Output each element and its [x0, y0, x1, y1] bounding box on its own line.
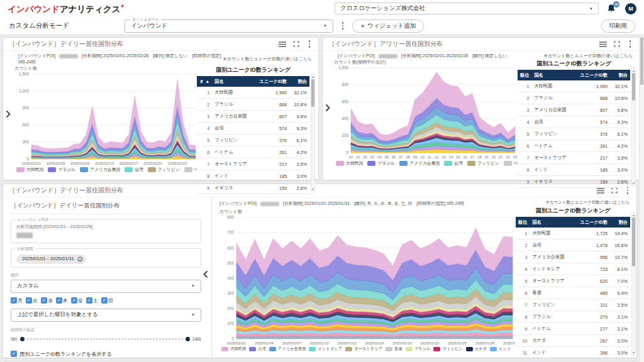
table-cell: 4.2%: [610, 140, 630, 152]
table-scrollbar[interactable]: ▲▼: [311, 74, 315, 192]
legend-item[interactable]: ベトナム: [504, 160, 518, 167]
legend-label: 大韓民国: [346, 160, 363, 167]
legend-item[interactable]: フィリピン: [148, 167, 180, 173]
weekday-target-select[interactable]: 上記で選択した曜日を対象とする ▼: [11, 309, 201, 322]
show-ranking-checkbox[interactable]: ✓ 国別ユニークID数ランキングを表示する: [11, 351, 201, 358]
open-config-icon[interactable]: [6, 109, 11, 121]
scroll-up-icon[interactable]: ▲: [311, 75, 314, 79]
list-view-icon[interactable]: [279, 41, 286, 47]
column-header[interactable]: ＃ ▲: [197, 76, 212, 87]
table-cell: 32.1%: [289, 87, 309, 99]
scroll-up-icon[interactable]: ▲: [632, 213, 635, 217]
legend-item[interactable]: 台湾: [125, 167, 143, 173]
column-header[interactable]: 国名: [212, 76, 255, 87]
column-header[interactable]: ユニークID数: [576, 217, 610, 228]
dashboard-menu-icon[interactable]: [340, 21, 347, 31]
table-cell: 376: [255, 134, 289, 146]
weekday-checkbox[interactable]: ✓日: [101, 297, 113, 304]
notifications-button[interactable]: 38: [606, 3, 618, 14]
list-view-icon[interactable]: [599, 41, 607, 47]
legend-item[interactable]: カナダ: [466, 346, 487, 352]
svg-text:2025/02/25: 2025/02/25: [168, 162, 187, 165]
legend-item[interactable]: 大韓民国: [221, 346, 246, 352]
table-cell: 267: [576, 335, 610, 347]
legend-item[interactable]: アメリカ合衆国: [80, 167, 120, 173]
column-header[interactable]: 順位: [516, 217, 530, 228]
scroll-down-icon[interactable]: ▼: [632, 351, 635, 355]
table-scrollbar[interactable]: ▲▼: [631, 68, 636, 186]
legend-item[interactable]: ベトナム: [184, 167, 197, 173]
weekday-select[interactable]: カスタム ▼: [11, 280, 201, 293]
svg-text:06: 06: [392, 155, 396, 159]
page-scrollbar[interactable]: [639, 35, 644, 362]
column-header[interactable]: 割合: [610, 70, 630, 80]
slider-track[interactable]: [27, 339, 183, 339]
note-link[interactable]: こちら: [619, 53, 633, 58]
count-note: ※カウント数とユニークID数の違いはこちら: [544, 53, 633, 59]
fullscreen-icon[interactable]: [614, 41, 620, 47]
table-row: 3アメリカ合衆国95610.7%: [516, 251, 630, 263]
scroll-down-icon[interactable]: ▼: [311, 187, 314, 192]
dashboard-select[interactable]: ダッシュボード インバウンド ▼: [125, 19, 333, 33]
svg-text:600: 600: [341, 99, 348, 104]
scroll-up-icon[interactable]: ▲: [632, 69, 635, 73]
y-axis-title: カウント数: [219, 209, 511, 215]
hourly-stacked-area-chart: 02004006008001,0000001020304050607080910…: [334, 65, 518, 160]
table-cell: 4: [518, 116, 531, 128]
page-scrollbar-thumb[interactable]: [640, 37, 643, 85]
table-cell: 9.3%: [610, 116, 630, 128]
legend-item[interactable]: フィリピン: [433, 346, 462, 352]
legend-item[interactable]: 大韓民国: [336, 160, 363, 167]
table-scrollbar[interactable]: ▲▼: [631, 212, 636, 356]
legend-item[interactable]: インドネシア: [309, 346, 342, 352]
legend-item[interactable]: 大韓民国: [16, 167, 43, 173]
column-header[interactable]: 国名: [531, 70, 576, 80]
weekday-checkbox[interactable]: ✓土: [86, 297, 98, 304]
legend-item[interactable]: オーストラリア: [345, 346, 382, 352]
weekday-checkbox[interactable]: ✓金: [71, 297, 83, 304]
table-cell: カナダ: [530, 335, 576, 347]
collapse-config-icon[interactable]: [203, 270, 208, 281]
poi-field[interactable]: インバウンドPOI 分析可能期間 [2024/01/01～2025/02/26]: [11, 219, 201, 243]
weekday-checkbox[interactable]: ✓月: [11, 297, 23, 304]
weekday-checkbox[interactable]: ✓木: [56, 297, 68, 304]
add-widget-button[interactable]: + ウィジェット追加: [352, 19, 424, 33]
open-config-icon[interactable]: [325, 103, 330, 114]
column-header[interactable]: ユニークID数: [255, 76, 289, 87]
column-header[interactable]: ユニークID数: [576, 70, 610, 80]
svg-text:03: 03: [370, 155, 374, 159]
legend-item[interactable]: ブラジル: [406, 346, 431, 352]
legend-item[interactable]: 香港: [386, 346, 402, 352]
table-cell: ベトナム: [531, 140, 576, 152]
slider-handle-end[interactable]: [186, 337, 190, 341]
company-select[interactable]: クロスロケーションズ株式会社 ▼: [335, 3, 599, 14]
column-header[interactable]: 国名: [530, 217, 576, 228]
legend-item[interactable]: フィリピン: [467, 160, 499, 167]
legend-item[interactable]: アメリカ合衆国: [399, 160, 440, 167]
legend-item[interactable]: ブラジル: [367, 160, 395, 167]
slider-handle-start[interactable]: [20, 337, 25, 341]
weekday-checkbox[interactable]: ✓火: [26, 297, 38, 304]
legend-item[interactable]: インド: [490, 346, 511, 352]
weekday-checkbox[interactable]: ✓水: [41, 297, 53, 304]
logo-plus: +: [121, 3, 125, 9]
fullscreen-icon[interactable]: [293, 41, 299, 47]
column-header[interactable]: 割合: [610, 217, 630, 228]
period-field[interactable]: 分析期間 2025/01/01～2025/01/31 ✕: [11, 248, 201, 268]
scroll-down-icon[interactable]: ▼: [632, 181, 635, 185]
table-cell: インドネシア: [530, 263, 576, 275]
legend-item[interactable]: アメリカ合衆国: [269, 346, 306, 352]
legend-item[interactable]: 台湾: [444, 160, 463, 167]
note-link[interactable]: こちら: [299, 57, 313, 61]
note-link[interactable]: こちら: [617, 200, 630, 204]
table-cell: 376: [576, 128, 610, 140]
widget-menu-icon[interactable]: [306, 39, 313, 49]
column-header[interactable]: 割合: [289, 76, 309, 87]
legend-item[interactable]: 台湾: [249, 346, 266, 352]
widget-menu-icon[interactable]: [627, 39, 634, 49]
column-header[interactable]: 順位: [518, 70, 531, 80]
legend-item[interactable]: ブラジル: [48, 167, 75, 173]
chip-remove-icon[interactable]: ✕: [77, 256, 83, 262]
print-button[interactable]: 印刷用: [601, 19, 636, 33]
avatar[interactable]: M: [625, 3, 636, 14]
